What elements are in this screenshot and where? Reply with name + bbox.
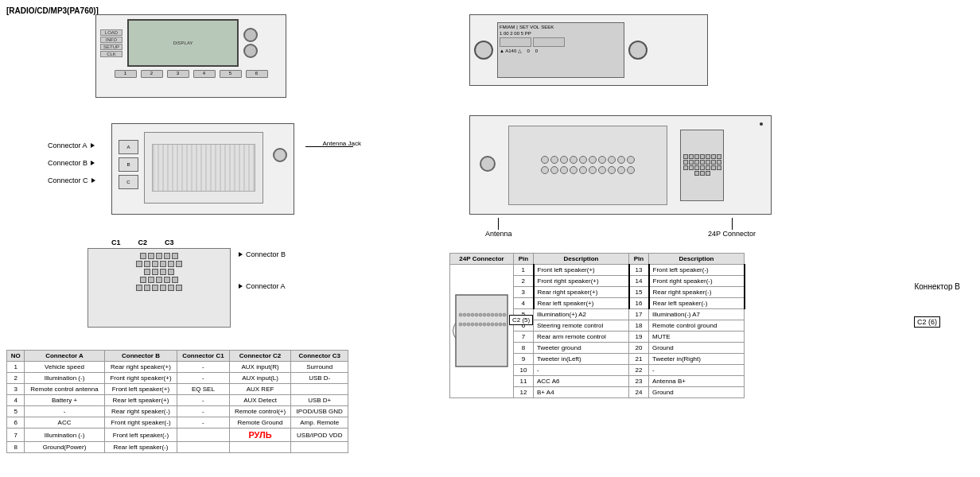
svg-point-5 (475, 313, 478, 316)
24p-table-section: 24P Connector Pin Description Pin Descri… (449, 253, 745, 398)
svg-point-23 (499, 323, 502, 326)
col-pin-left: Pin (514, 254, 534, 265)
table-row: 4 (514, 298, 534, 309)
table-row: - (177, 417, 229, 429)
table-row: - (177, 395, 229, 406)
device2-front-diagram: FM/AM|SET VOLSEEK 1 00 2 00 5 PP ▲ A140 … (469, 14, 708, 86)
svg-point-18 (479, 323, 482, 326)
table-row (177, 429, 229, 442)
svg-point-9 (491, 313, 494, 316)
svg-point-13 (459, 323, 462, 326)
svg-point-11 (499, 313, 502, 316)
c2-6-label: C2 (6) (914, 316, 940, 328)
col-24p-connector: 24P Connector (450, 254, 514, 265)
table-row: ACC (25, 417, 104, 429)
svg-point-21 (491, 323, 494, 326)
table-row: 7 (514, 332, 534, 343)
svg-point-17 (475, 323, 478, 326)
svg-point-8 (487, 313, 490, 316)
svg-point-16 (471, 323, 474, 326)
col-pin-right: Pin (629, 254, 649, 265)
col-connector-a: Connector A (25, 351, 104, 362)
svg-point-3 (467, 313, 470, 316)
table-row: 7 (7, 429, 25, 442)
table-row (177, 442, 229, 453)
table-row: Rear left speaker(-) (104, 442, 177, 453)
table-row: Rear right speaker(-) (104, 406, 177, 417)
svg-point-4 (471, 313, 474, 316)
table-row: USB D- (291, 373, 348, 384)
table-row: 8 (7, 442, 25, 453)
table-row: EQ SEL (177, 384, 229, 395)
table-row: Rear right speaker(+) (534, 287, 629, 298)
table-row: 20 (629, 343, 649, 354)
table-row: Front left speaker(+) (534, 265, 629, 276)
col-connector-c1: Connector C1 (177, 351, 229, 362)
pin-connector-diagram: C1 C2 C3 (88, 238, 231, 328)
table-row: 13 (629, 265, 649, 276)
table-row: Tweeter in(Right) (649, 354, 745, 365)
table-row: 9 (514, 354, 534, 365)
table-row: 23 (629, 376, 649, 387)
table-row: Front right speaker(+) (534, 276, 629, 287)
table-row: Front right speaker(+) (104, 373, 177, 384)
table-row: Rear left speaker(+) (104, 395, 177, 406)
table-row: Antenna B+ (649, 376, 745, 387)
c2-5-label: C2 (5) (509, 315, 533, 325)
table-row: AUX input(R) (229, 362, 291, 373)
radio-front-diagram: LOAD INFO SETUP CLK DISPLAY 1 2 3 4 5 (95, 14, 286, 98)
col-connector-c2: Connector C2 (229, 351, 291, 362)
col-connector-b: Connector B (104, 351, 177, 362)
table-row: 24 (629, 387, 649, 398)
table-row: 11 (514, 376, 534, 387)
table-row: Rear left speaker(-) (649, 298, 745, 309)
table-row: 3 (514, 287, 534, 298)
table-row: Rear arm remote control (534, 332, 629, 343)
table-row: - (534, 365, 629, 376)
table-row: 17 (629, 309, 649, 320)
col-desc-right: Description (649, 254, 745, 265)
connector-24p-label: 24P Connector (708, 230, 756, 238)
table-row (229, 442, 291, 453)
connector-table-section: NO Connector A Connector B Connector C1 … (6, 350, 348, 453)
table-row: 5 (7, 406, 25, 417)
table-row: Illumination (-) (25, 373, 104, 384)
table-row: Front right speaker(-) (104, 417, 177, 429)
table-row: Illumination(-) A7 (649, 309, 745, 320)
radio-back2-diagram: Antenna 24P Connector (469, 115, 772, 238)
col-no: NO (7, 351, 25, 362)
col-desc-left: Description (534, 254, 629, 265)
table-row: ACC A6 (534, 376, 629, 387)
table-row: 6 (7, 417, 25, 429)
table-row: AUX Detect (229, 395, 291, 406)
table-row: 22 (629, 365, 649, 376)
table-row: Remote control(+) (229, 406, 291, 417)
table-row: 16 (629, 298, 649, 309)
table-row: 2 (7, 373, 25, 384)
table-row: B+ A4 (534, 387, 629, 398)
svg-point-22 (495, 323, 498, 326)
table-row: 19 (629, 332, 649, 343)
svg-point-15 (467, 323, 470, 326)
svg-point-20 (487, 323, 490, 326)
table-row: Remote Ground (229, 417, 291, 429)
connector-table: NO Connector A Connector B Connector C1 … (6, 350, 348, 453)
table-row: Illumination(+) A2 (534, 309, 629, 320)
connector-diagram-cell (450, 265, 514, 398)
table-row: Ground (649, 343, 745, 354)
connector-b-right-label: Коннектор В (914, 282, 960, 291)
svg-rect-0 (456, 295, 508, 366)
table-row: IPOD/USB GND (291, 406, 348, 417)
table-row: 14 (629, 276, 649, 287)
table-row: Battery + (25, 395, 104, 406)
table-row: 4 (7, 395, 25, 406)
table-row: 18 (629, 320, 649, 332)
table-row: - (177, 362, 229, 373)
table-row: - (177, 406, 229, 417)
table-row: 10 (514, 365, 534, 376)
svg-point-10 (495, 313, 498, 316)
table-row: 15 (629, 287, 649, 298)
table-row: 1 (7, 362, 25, 373)
table-row: - (25, 406, 104, 417)
svg-point-24 (503, 323, 506, 326)
